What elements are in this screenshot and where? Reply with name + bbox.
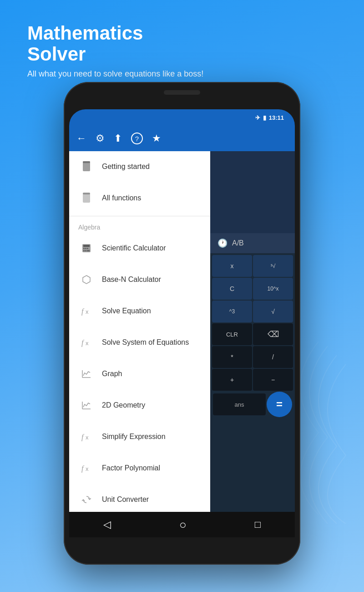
calc-btn-pow3[interactable]: ^3	[212, 301, 252, 322]
svg-text:x: x	[86, 308, 89, 315]
svg-text:f: f	[81, 433, 85, 441]
help-button[interactable]: ?	[131, 133, 143, 144]
calc-row-2: C 10^x	[212, 278, 293, 300]
graph-icon	[78, 366, 95, 382]
calc-row-5: * /	[212, 346, 293, 368]
status-bar: ✈ ▮ 13:11	[69, 109, 295, 126]
svg-rect-10	[85, 250, 86, 251]
history-icon: 🕐	[217, 238, 228, 248]
calc-row-4: CLR ⌫	[212, 323, 293, 345]
battery-icon: ▮	[263, 114, 266, 121]
hexagon-icon	[78, 271, 95, 288]
calc-btn-c[interactable]: C	[212, 278, 252, 300]
svg-rect-8	[87, 248, 88, 249]
solve-system-label: Solve System of Equations	[102, 338, 189, 347]
settings-button[interactable]: ⚙	[96, 133, 105, 144]
drawer-item-factor[interactable]: fx Factor Polynomial	[69, 453, 210, 484]
navigation-drawer: Getting started All functions Algebra Sc…	[69, 151, 210, 537]
svg-text:f: f	[81, 464, 85, 473]
svg-text:x: x	[86, 465, 89, 472]
calc-btn-div[interactable]: /	[253, 346, 293, 368]
calc-btn-equals[interactable]: =	[267, 392, 292, 417]
svg-rect-3	[83, 193, 90, 194]
svg-text:f: f	[81, 307, 85, 316]
calc-display	[210, 151, 295, 233]
factor-label: Factor Polynomial	[102, 464, 160, 472]
drawer-item-simplify[interactable]: fx Simplify Expression	[69, 421, 210, 453]
nav-back-button[interactable]: ◁	[103, 519, 111, 531]
calculator-background: 🕐 A/B x ³√ C 10^x ^3 √ CLR ⌫ * /	[210, 151, 295, 537]
drawer-item-unit-converter[interactable]: Unit Converter	[69, 484, 210, 515]
nav-recent-button[interactable]: □	[255, 519, 261, 531]
equals-row: ans =	[212, 392, 293, 419]
drawer-item-solve-system[interactable]: fx Solve System of Equations	[69, 327, 210, 358]
graph-label: Graph	[102, 370, 122, 378]
back-button[interactable]: ←	[76, 133, 86, 144]
drawer-item-solve-equation[interactable]: fx Solve Equation	[69, 296, 210, 327]
nav-home-button[interactable]: ○	[179, 518, 187, 532]
divider-top	[69, 216, 210, 216]
title-line1: Mathematics	[27, 22, 143, 44]
svg-text:x: x	[86, 340, 89, 347]
svg-rect-9	[83, 250, 85, 251]
algebra-section-header: Algebra	[69, 218, 210, 233]
drawer-item-all-functions[interactable]: All functions	[69, 183, 210, 214]
svg-rect-7	[85, 248, 86, 249]
calc-buttons-area: x ³√ C 10^x ^3 √ CLR ⌫ * / + −	[210, 253, 295, 421]
calc-ans-label: ans	[213, 393, 266, 415]
calc-row-6: + −	[212, 369, 293, 391]
svg-text:x: x	[86, 434, 89, 441]
drawer-item-base-n[interactable]: Base-N Calculator	[69, 264, 210, 296]
ab-label: A/B	[232, 239, 244, 247]
calc-btn-sqrt[interactable]: √	[253, 301, 293, 322]
2d-geometry-label: 2D Geometry	[102, 401, 145, 409]
phone-frame: ✈ ▮ 13:11 ← ⚙ ⬆ ? ★ Getting started All …	[64, 82, 300, 565]
calc-btn-cbrt[interactable]: ³√	[253, 255, 293, 277]
svg-rect-1	[83, 161, 90, 163]
calc-btn-mul[interactable]: *	[212, 346, 252, 368]
simplify-label: Simplify Expression	[102, 433, 166, 441]
bookmark-icon-getting-started	[78, 158, 95, 175]
bookmark-icon-all-functions	[78, 190, 95, 206]
app-title: Mathematics Solver	[27, 23, 203, 65]
solve-equation-label: Solve Equation	[102, 307, 151, 315]
all-functions-label: All functions	[102, 194, 141, 202]
calc-btn-add[interactable]: +	[212, 369, 252, 391]
getting-started-label: Getting started	[102, 163, 150, 171]
app-toolbar: ← ⚙ ⬆ ? ★	[69, 126, 295, 151]
header-section: Mathematics Solver All what you need to …	[27, 23, 203, 79]
fx-icon-factor: fx	[78, 460, 95, 476]
calc-row-3: ^3 √	[212, 301, 293, 322]
svg-rect-5	[83, 245, 90, 247]
base-n-label: Base-N Calculator	[102, 276, 161, 284]
bottom-nav: ◁ ○ □	[69, 512, 295, 537]
unit-converter-label: Unit Converter	[102, 495, 149, 504]
geometry-icon	[78, 397, 95, 413]
calc-btn-clr[interactable]: CLR	[212, 323, 252, 345]
drawer-item-scientific-calc[interactable]: Scientific Calculator	[69, 233, 210, 264]
fx-icon-solve: fx	[78, 303, 95, 319]
calc-btn-x[interactable]: x	[212, 255, 252, 277]
drawer-item-getting-started[interactable]: Getting started	[69, 151, 210, 183]
fx-icon-simplify: fx	[78, 429, 95, 445]
share-button[interactable]: ⬆	[114, 133, 122, 144]
airplane-icon: ✈	[255, 114, 260, 121]
calculator-icon	[78, 240, 95, 256]
svg-rect-11	[87, 250, 90, 251]
scientific-calc-label: Scientific Calculator	[102, 244, 166, 252]
calc-btn-del[interactable]: ⌫	[253, 323, 293, 345]
calc-btn-sub[interactable]: −	[253, 369, 293, 391]
calc-ab-bar: 🕐 A/B	[210, 233, 295, 253]
svg-text:f: f	[81, 339, 85, 347]
refresh-icon	[78, 491, 95, 508]
drawer-item-graph[interactable]: Graph	[69, 358, 210, 390]
calc-row-1: x ³√	[212, 255, 293, 277]
clock-time: 13:11	[269, 114, 284, 121]
fx-icon-system: fx	[78, 334, 95, 351]
phone-notch	[164, 90, 200, 95]
star-button[interactable]: ★	[152, 133, 161, 144]
calc-btn-10x[interactable]: 10^x	[253, 278, 293, 300]
status-icons: ✈ ▮ 13:11	[255, 114, 284, 121]
drawer-item-2d-geometry[interactable]: 2D Geometry	[69, 390, 210, 421]
app-subtitle: All what you need to solve equations lik…	[27, 69, 203, 79]
